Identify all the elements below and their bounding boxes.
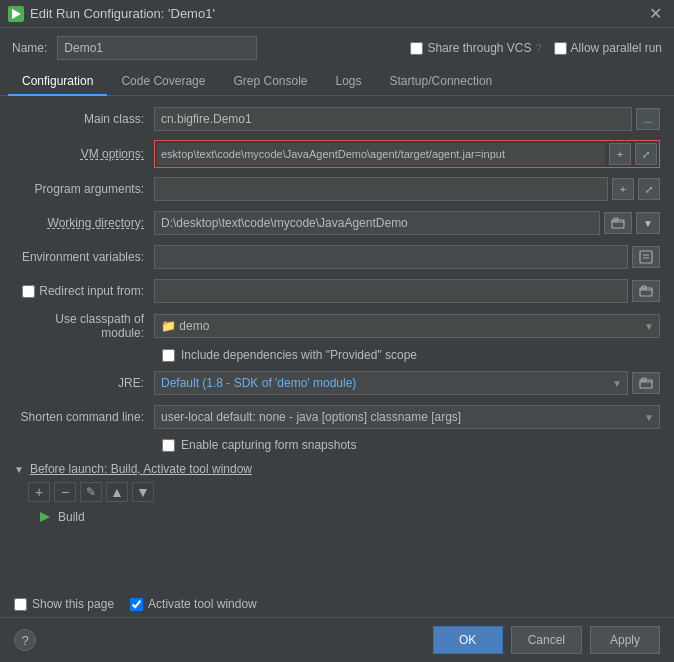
main-class-row: Main class: ... bbox=[14, 106, 660, 132]
launch-toolbar: + − ✎ ▲ ▼ bbox=[14, 482, 660, 502]
jre-label: JRE: bbox=[14, 376, 154, 390]
launch-edit-button[interactable]: ✎ bbox=[80, 482, 102, 502]
tab-configuration[interactable]: Configuration bbox=[8, 68, 107, 96]
working-dir-browse-button[interactable] bbox=[604, 212, 632, 234]
allow-parallel-text: Allow parallel run bbox=[571, 41, 662, 55]
vm-options-label: VM options: bbox=[14, 147, 154, 161]
jre-input-wrap: Default (1.8 - SDK of 'demo' module) ▼ bbox=[154, 371, 660, 395]
content-area: Main class: ... VM options: + ⤢ Program … bbox=[0, 96, 674, 591]
classpath-input-wrap: 📁 demo ▼ bbox=[154, 314, 660, 338]
program-args-input-wrap: + ⤢ bbox=[154, 177, 660, 201]
redirect-input-spacer: Redirect input from: bbox=[14, 284, 154, 298]
build-item: Build bbox=[14, 508, 660, 526]
redirect-input-browse-button[interactable] bbox=[632, 280, 660, 302]
tab-code-coverage[interactable]: Code Coverage bbox=[107, 68, 219, 96]
ok-button[interactable]: OK bbox=[433, 626, 503, 654]
before-launch-section: ▼ Before launch: Build, Activate tool wi… bbox=[14, 462, 660, 476]
env-vars-input-wrap bbox=[154, 245, 660, 269]
name-input[interactable] bbox=[57, 36, 257, 60]
jre-row: JRE: Default (1.8 - SDK of 'demo' module… bbox=[14, 370, 660, 396]
redirect-input-input-wrap bbox=[154, 279, 660, 303]
dialog-title: Edit Run Configuration: 'Demo1' bbox=[30, 6, 215, 21]
name-bar: Name: Share through VCS ? Allow parallel… bbox=[0, 28, 674, 68]
shorten-cmd-select-wrap: user-local default: none - java [options… bbox=[154, 405, 660, 429]
show-page-check[interactable]: Show this page bbox=[14, 597, 114, 611]
include-deps-checkbox[interactable] bbox=[162, 349, 175, 362]
main-class-input[interactable] bbox=[154, 107, 632, 131]
allow-parallel-checkbox[interactable] bbox=[554, 42, 567, 55]
activate-window-check[interactable]: Activate tool window bbox=[130, 597, 257, 611]
apply-button[interactable]: Apply bbox=[590, 626, 660, 654]
vm-options-input[interactable] bbox=[157, 143, 605, 165]
enable-snapshots-label: Enable capturing form snapshots bbox=[181, 438, 356, 452]
main-class-browse-button[interactable]: ... bbox=[636, 108, 660, 130]
env-vars-browse-button[interactable] bbox=[632, 246, 660, 268]
tab-grep-console[interactable]: Grep Console bbox=[219, 68, 321, 96]
share-vcs-label[interactable]: Share through VCS ? bbox=[410, 41, 541, 55]
working-dir-input[interactable] bbox=[154, 211, 600, 235]
vm-options-expand-button[interactable]: ⤢ bbox=[635, 143, 657, 165]
working-dir-dropdown-button[interactable]: ▼ bbox=[636, 212, 660, 234]
tab-logs[interactable]: Logs bbox=[322, 68, 376, 96]
footer: ? OK Cancel Apply bbox=[0, 617, 674, 662]
launch-move-down-button[interactable]: ▼ bbox=[132, 482, 154, 502]
name-label: Name: bbox=[12, 41, 47, 55]
dialog: Name: Share through VCS ? Allow parallel… bbox=[0, 28, 674, 662]
tab-startup-connection[interactable]: Startup/Connection bbox=[376, 68, 507, 96]
cancel-button[interactable]: Cancel bbox=[511, 626, 582, 654]
launch-add-button[interactable]: + bbox=[28, 482, 50, 502]
working-dir-row: Working directory: ▼ bbox=[14, 210, 660, 236]
tabs-bar: Configuration Code Coverage Grep Console… bbox=[0, 68, 674, 96]
shorten-cmd-select[interactable]: user-local default: none - java [options… bbox=[154, 405, 660, 429]
program-args-expand-button[interactable]: ⤢ bbox=[638, 178, 660, 200]
working-dir-label: Working directory: bbox=[14, 216, 154, 230]
working-dir-input-wrap: ▼ bbox=[154, 211, 660, 235]
classpath-select[interactable]: 📁 demo bbox=[154, 314, 660, 338]
classpath-select-wrap: 📁 demo ▼ bbox=[154, 314, 660, 338]
allow-parallel-label[interactable]: Allow parallel run bbox=[554, 41, 662, 55]
before-launch-title: Before launch: Build, Activate tool wind… bbox=[30, 462, 252, 476]
share-help-icon: ? bbox=[535, 42, 541, 54]
include-deps-label: Include dependencies with "Provided" sco… bbox=[181, 348, 417, 362]
classpath-label: Use classpath of module: bbox=[14, 312, 154, 340]
svg-marker-0 bbox=[12, 9, 21, 19]
redirect-input-field[interactable] bbox=[154, 279, 628, 303]
launch-move-up-button[interactable]: ▲ bbox=[106, 482, 128, 502]
run-icon bbox=[8, 6, 24, 22]
jre-select[interactable]: Default (1.8 - SDK of 'demo' module) bbox=[154, 371, 628, 395]
env-vars-input[interactable] bbox=[154, 245, 628, 269]
activate-window-checkbox[interactable] bbox=[130, 598, 143, 611]
main-class-input-wrap: ... bbox=[154, 107, 660, 131]
vm-options-wrap: + ⤢ bbox=[154, 140, 660, 168]
show-page-label: Show this page bbox=[32, 597, 114, 611]
svg-rect-3 bbox=[640, 251, 652, 263]
program-args-input[interactable] bbox=[154, 177, 608, 201]
header-options: Share through VCS ? Allow parallel run bbox=[410, 41, 662, 55]
svg-marker-10 bbox=[40, 512, 50, 522]
vm-options-row: VM options: + ⤢ bbox=[14, 140, 660, 168]
footer-left: ? bbox=[14, 629, 36, 651]
titlebar-left: Edit Run Configuration: 'Demo1' bbox=[8, 6, 215, 22]
vm-options-add-button[interactable]: + bbox=[609, 143, 631, 165]
enable-snapshots-row: Enable capturing form snapshots bbox=[14, 438, 660, 452]
titlebar: Edit Run Configuration: 'Demo1' ✕ bbox=[0, 0, 674, 28]
close-button[interactable]: ✕ bbox=[645, 4, 666, 23]
collapse-arrow-icon[interactable]: ▼ bbox=[14, 464, 24, 475]
show-page-checkbox[interactable] bbox=[14, 598, 27, 611]
classpath-row: Use classpath of module: 📁 demo ▼ bbox=[14, 312, 660, 340]
jre-browse-button[interactable] bbox=[632, 372, 660, 394]
program-args-label: Program arguments: bbox=[14, 182, 154, 196]
launch-remove-button[interactable]: − bbox=[54, 482, 76, 502]
bottom-checks: Show this page Activate tool window bbox=[0, 591, 674, 617]
build-icon bbox=[38, 510, 52, 524]
share-vcs-checkbox[interactable] bbox=[410, 42, 423, 55]
program-args-row: Program arguments: + ⤢ bbox=[14, 176, 660, 202]
share-vcs-text: Share through VCS bbox=[427, 41, 531, 55]
redirect-input-label: Redirect input from: bbox=[39, 284, 144, 298]
help-button[interactable]: ? bbox=[14, 629, 36, 651]
main-class-label: Main class: bbox=[14, 112, 154, 126]
enable-snapshots-checkbox[interactable] bbox=[162, 439, 175, 452]
redirect-input-checkbox[interactable] bbox=[22, 285, 35, 298]
include-deps-row: Include dependencies with "Provided" sco… bbox=[14, 348, 660, 362]
program-args-add-button[interactable]: + bbox=[612, 178, 634, 200]
